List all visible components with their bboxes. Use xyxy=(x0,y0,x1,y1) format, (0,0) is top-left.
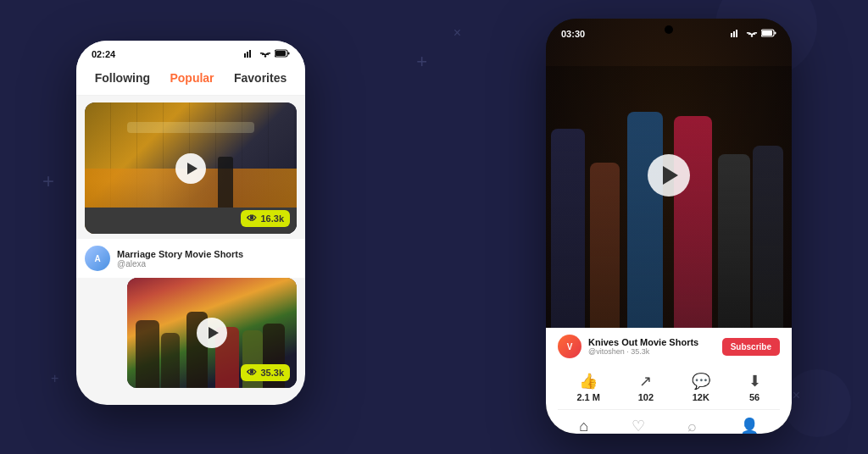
channel-row: V Knives Out Movie Shorts @vitoshen · 35… xyxy=(558,335,780,358)
play-button-2[interactable] xyxy=(197,318,227,348)
deco-cross-6: × xyxy=(793,388,800,403)
stats-row: 👍 2.1 M ↗ 102 💬 12K ⬇ 56 xyxy=(558,367,780,410)
svg-rect-12 xyxy=(762,30,772,36)
tab-favorites[interactable]: Favorites xyxy=(234,71,287,85)
svg-rect-9 xyxy=(736,30,737,37)
svg-rect-7 xyxy=(731,33,732,37)
view-count-2: 👁 35.3k xyxy=(241,364,290,381)
phone-right: 03:30 xyxy=(546,19,792,434)
channel-info: Knives Out Movie Shorts @vitoshen · 35.3… xyxy=(588,337,715,356)
bottom-nav: ⌂ ♡ ⌕ 👤 xyxy=(558,410,780,434)
svg-rect-6 xyxy=(288,53,290,55)
download-icon: ⬇ xyxy=(748,372,761,390)
signal-icon-right xyxy=(731,29,743,39)
nav-profile-icon[interactable]: 👤 xyxy=(740,417,759,434)
downloads-count: 56 xyxy=(749,392,760,402)
svg-rect-2 xyxy=(249,50,251,58)
svg-rect-5 xyxy=(275,51,286,56)
comment-icon: 💬 xyxy=(692,372,710,390)
tab-following[interactable]: Following xyxy=(95,71,150,85)
deco-cross-2: × xyxy=(453,25,461,41)
video-info-1: A Marriage Story Movie Shorts @alexa xyxy=(76,239,305,278)
cast-figures xyxy=(546,66,792,333)
video-card-1[interactable]: 👁 16.3k xyxy=(85,102,297,234)
wifi-icon xyxy=(259,49,271,59)
avatar-alexa: A xyxy=(85,246,110,271)
svg-rect-0 xyxy=(244,53,246,58)
nav-home-icon[interactable]: ⌂ xyxy=(579,418,588,435)
stat-comments: 💬 12K xyxy=(692,372,710,402)
wifi-icon-right xyxy=(746,29,758,39)
channel-name: Knives Out Movie Shorts xyxy=(588,337,715,347)
bottom-panel: V Knives Out Movie Shorts @vitoshen · 35… xyxy=(546,328,792,434)
camera-dot xyxy=(665,25,673,34)
nav-tabs: Following Popular Favorites xyxy=(76,64,305,96)
battery-icon-right xyxy=(761,29,776,39)
comments-count: 12K xyxy=(693,392,709,402)
status-bar-left: 02:24 xyxy=(76,41,305,64)
signal-icon xyxy=(244,49,256,59)
svg-rect-13 xyxy=(775,32,776,35)
tab-popular[interactable]: Popular xyxy=(170,71,214,85)
share-icon: ↗ xyxy=(639,372,652,390)
time-right: 03:30 xyxy=(561,29,585,39)
nav-search-icon[interactable]: ⌕ xyxy=(687,418,697,435)
view-count-1: 👁 16.3k xyxy=(241,210,290,227)
channel-sub-num: 35.3k xyxy=(631,347,649,356)
svg-point-10 xyxy=(751,35,753,36)
video-card-2[interactable]: 👁 35.3k xyxy=(127,278,297,388)
bg-decoration-2 xyxy=(783,369,851,437)
time-left: 02:24 xyxy=(92,49,115,59)
status-icons-right xyxy=(731,29,776,39)
phone-left: 02:24 Following Popular Favorites xyxy=(76,41,305,405)
status-icons-left xyxy=(244,49,290,59)
deco-cross-1: + xyxy=(416,51,427,73)
svg-rect-1 xyxy=(247,52,248,58)
deco-cross-3: + xyxy=(51,371,58,386)
stat-likes: 👍 2.1 M xyxy=(576,372,600,402)
stat-shares: ↗ 102 xyxy=(638,372,654,402)
svg-rect-8 xyxy=(733,31,735,37)
svg-point-3 xyxy=(264,55,266,57)
battery-icon xyxy=(275,49,290,59)
eye-icon-2: 👁 xyxy=(247,367,257,379)
stat-downloads: ⬇ 56 xyxy=(748,372,761,402)
video-meta-1: Marriage Story Movie Shorts @alexa xyxy=(117,249,243,269)
video-title-1: Marriage Story Movie Shorts xyxy=(117,249,243,259)
eye-icon-1: 👁 xyxy=(247,213,257,224)
play-button-right[interactable] xyxy=(648,154,690,197)
channel-handle: @vitoshen xyxy=(588,347,625,356)
video-fullscreen[interactable] xyxy=(546,19,792,332)
subscribe-button[interactable]: Subscribe xyxy=(722,338,780,356)
play-button-1[interactable] xyxy=(175,153,206,184)
nav-heart-icon[interactable]: ♡ xyxy=(632,417,645,434)
deco-cross-4: + xyxy=(42,169,54,193)
likes-count: 2.1 M xyxy=(576,392,600,402)
thumbs-up-icon: 👍 xyxy=(579,372,598,390)
channel-subs: @vitoshen · 35.3k xyxy=(588,347,715,356)
video-author-1: @alexa xyxy=(117,259,243,269)
channel-avatar: V xyxy=(558,335,581,358)
shares-count: 102 xyxy=(638,392,654,402)
